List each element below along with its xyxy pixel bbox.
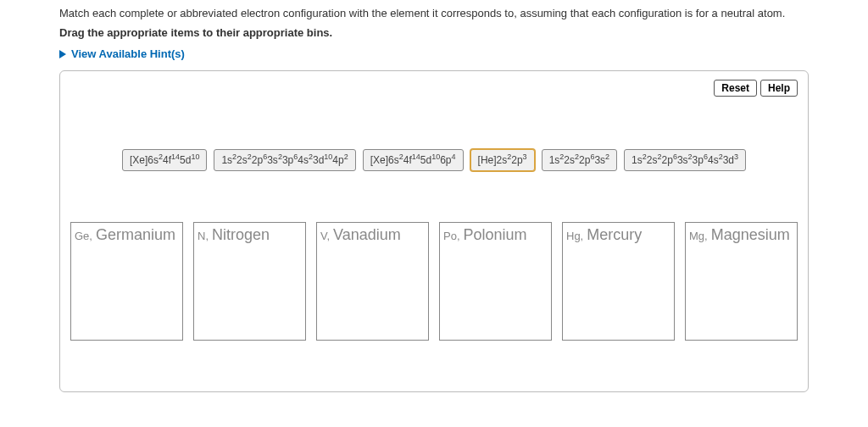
bin-polonium[interactable]: Po,Polonium: [439, 222, 552, 341]
bin-mercury[interactable]: Hg,Mercury: [562, 222, 675, 341]
bin-label: N,Nitrogen: [198, 226, 270, 244]
draggable-tiles-row: [Xe]6s24f145d101s22s22p63s23p64s23d104p2…: [70, 149, 798, 171]
bin-symbol: V,: [320, 230, 330, 242]
hints-label: View Available Hint(s): [71, 47, 185, 60]
bin-name: Vanadium: [333, 226, 401, 244]
config-tile-4[interactable]: 1s22s22p63s2: [542, 149, 617, 171]
config-tile-3[interactable]: [He]2s22p3: [470, 149, 535, 171]
bin-symbol: Mg,: [689, 230, 708, 242]
bin-symbol: Hg,: [566, 230, 583, 242]
bin-vanadium[interactable]: V,Vanadium: [316, 222, 429, 341]
bin-nitrogen[interactable]: N,Nitrogen: [193, 222, 306, 341]
triangle-right-icon: [59, 50, 66, 58]
bins-row: Ge,GermaniumN,NitrogenV,VanadiumPo,Polon…: [70, 222, 798, 341]
view-hints-link[interactable]: View Available Hint(s): [59, 47, 809, 60]
bin-name: Polonium: [464, 226, 527, 244]
config-tile-2[interactable]: [Xe]6s24f145d106p4: [363, 149, 464, 171]
bin-label: Hg,Mercury: [566, 226, 642, 244]
bin-label: Mg,Magnesium: [689, 226, 790, 244]
bin-name: Magnesium: [711, 226, 790, 244]
config-tile-0[interactable]: [Xe]6s24f145d10: [122, 149, 207, 171]
bin-germanium[interactable]: Ge,Germanium: [70, 222, 183, 341]
bin-label: Po,Polonium: [443, 226, 527, 244]
bin-label: V,Vanadium: [320, 226, 401, 244]
bold-instruction-text: Drag the appropriate items to their appr…: [59, 26, 809, 39]
bin-name: Germanium: [96, 226, 175, 244]
bin-symbol: Ge,: [75, 230, 92, 242]
bin-name: Mercury: [587, 226, 642, 244]
bin-label: Ge,Germanium: [75, 226, 175, 244]
config-tile-1[interactable]: 1s22s22p63s23p64s23d104p2: [214, 149, 355, 171]
config-tile-5[interactable]: 1s22s22p63s23p64s23d3: [624, 149, 746, 171]
reset-button[interactable]: Reset: [714, 80, 757, 97]
bin-magnesium[interactable]: Mg,Magnesium: [685, 222, 798, 341]
bin-symbol: N,: [198, 230, 209, 242]
help-button[interactable]: Help: [760, 80, 798, 97]
instruction-text: Match each complete or abbreviated elect…: [59, 7, 809, 19]
activity-panel: Reset Help [Xe]6s24f145d101s22s22p63s23p…: [59, 70, 809, 392]
bin-name: Nitrogen: [212, 226, 270, 244]
bin-symbol: Po,: [443, 230, 460, 242]
